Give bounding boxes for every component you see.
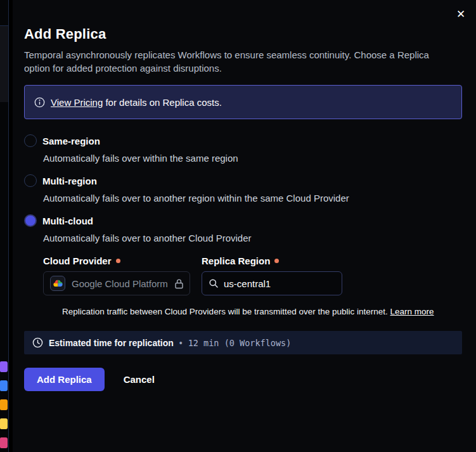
- cloud-provider-value: Google Cloud Platform: [72, 278, 168, 289]
- option-description: Automatically fails over to another Clou…: [43, 233, 462, 244]
- option-multi-cloud-row[interactable]: Multi-cloud: [24, 214, 462, 227]
- cloud-provider-label: Cloud Provider: [43, 255, 190, 266]
- rail-nav-icon[interactable]: [0, 437, 8, 448]
- modal-title: Add Replica: [24, 25, 462, 43]
- radio-multi-region[interactable]: [24, 174, 37, 187]
- pricing-banner-rest: for details on Replica costs.: [103, 97, 222, 108]
- page-background: ✕ Add Replica Temporal asynchronously re…: [0, 0, 476, 452]
- option-label: Multi-cloud: [42, 216, 93, 226]
- rail-nav-icon[interactable]: [0, 380, 8, 391]
- add-replica-button[interactable]: Add Replica: [24, 368, 105, 391]
- estimate-banner: Estimated time for replication • 12 min …: [24, 331, 462, 354]
- option-multi-region: Multi-region Automatically fails over to…: [24, 174, 462, 204]
- rail-vertical-divider: [8, 0, 9, 452]
- rail-horizontal-divider: [0, 25, 8, 26]
- modal-description: Temporal asynchronously replicates Workf…: [24, 48, 455, 75]
- rail-nav-icon[interactable]: [0, 399, 8, 410]
- rail-nav-icon[interactable]: [0, 418, 8, 429]
- cancel-button[interactable]: Cancel: [124, 374, 155, 385]
- option-same-region: Same-region Automatically fails over wit…: [24, 134, 462, 164]
- info-icon: [34, 97, 45, 108]
- option-same-region-row[interactable]: Same-region: [24, 134, 462, 147]
- estimate-label: Estimated time for replication: [49, 338, 174, 348]
- required-dot: [116, 259, 120, 263]
- close-icon[interactable]: ✕: [452, 5, 470, 23]
- public-internet-note: Replication traffic between Cloud Provid…: [62, 306, 462, 317]
- cloud-provider-select[interactable]: Google Cloud Platform: [43, 271, 190, 295]
- option-description: Automatically fails over to another regi…: [43, 193, 462, 204]
- cloud-provider-field: Cloud Provider: [43, 255, 190, 295]
- rail-nav-icon[interactable]: [0, 361, 8, 372]
- replica-region-input[interactable]: [224, 278, 350, 289]
- add-replica-modal: ✕ Add Replica Temporal asynchronously re…: [13, 0, 476, 452]
- option-label: Same-region: [42, 136, 100, 146]
- field-label-text: Cloud Provider: [43, 255, 112, 266]
- required-dot: [274, 259, 279, 263]
- search-icon: [209, 278, 219, 288]
- estimate-value: 12 min (0 Workflows): [188, 338, 292, 348]
- note-text: Replication traffic between Cloud Provid…: [62, 307, 390, 316]
- gcp-logo-chip: [50, 276, 65, 291]
- radio-multi-cloud[interactable]: [24, 214, 37, 227]
- option-multi-region-row[interactable]: Multi-region: [24, 174, 462, 187]
- multi-cloud-form: Cloud Provider: [43, 255, 462, 317]
- option-multi-cloud: Multi-cloud Automatically fails over to …: [24, 214, 462, 317]
- replica-region-label: Replica Region: [202, 255, 342, 266]
- replica-region-field: Replica Region: [202, 255, 342, 295]
- pricing-info-banner: View Pricing for details on Replica cost…: [24, 85, 462, 119]
- learn-more-link[interactable]: Learn more: [390, 307, 434, 316]
- radio-same-region[interactable]: [24, 134, 37, 147]
- rail-icons: [0, 361, 8, 448]
- rail-upper-panel: [0, 26, 8, 102]
- pricing-banner-text: View Pricing for details on Replica cost…: [51, 97, 222, 108]
- field-label-text: Replica Region: [202, 255, 270, 266]
- modal-actions: Add Replica Cancel: [24, 368, 462, 391]
- background-nav-rail: [0, 0, 9, 452]
- view-pricing-link[interactable]: View Pricing: [51, 97, 103, 108]
- replica-region-searchbox[interactable]: [202, 271, 342, 295]
- lock-icon: [174, 278, 184, 289]
- estimate-separator: •: [179, 338, 183, 348]
- clock-icon: [32, 337, 43, 348]
- google-cloud-icon: [53, 280, 63, 287]
- replica-option-group: Same-region Automatically fails over wit…: [24, 134, 462, 317]
- option-label: Multi-region: [42, 176, 97, 186]
- option-description: Automatically fails over within the same…: [43, 153, 462, 164]
